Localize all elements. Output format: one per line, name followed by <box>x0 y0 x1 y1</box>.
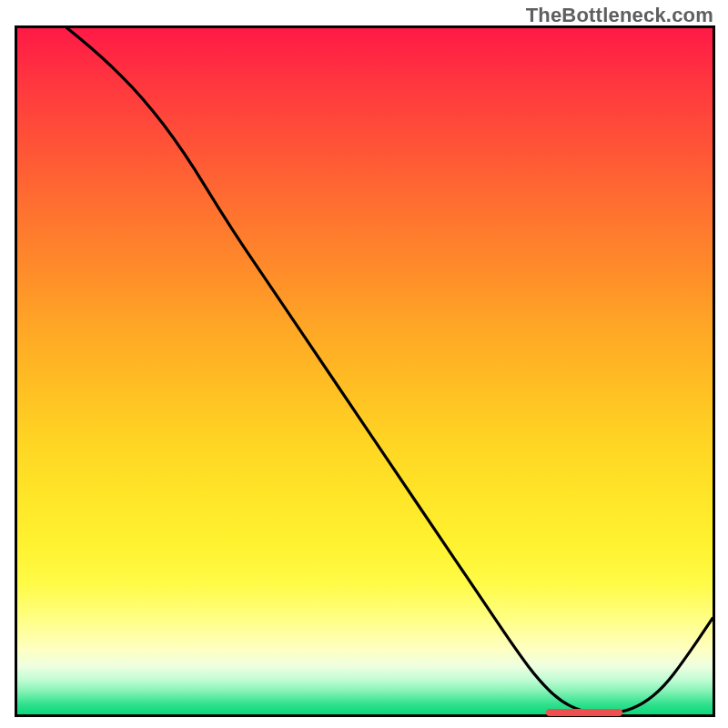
chart-stage: TheBottleneck.com <box>0 0 728 728</box>
plot-area <box>15 25 715 717</box>
bottleneck-curve <box>17 28 713 714</box>
optimum-range-marker <box>546 709 622 716</box>
watermark-text: TheBottleneck.com <box>526 4 713 27</box>
